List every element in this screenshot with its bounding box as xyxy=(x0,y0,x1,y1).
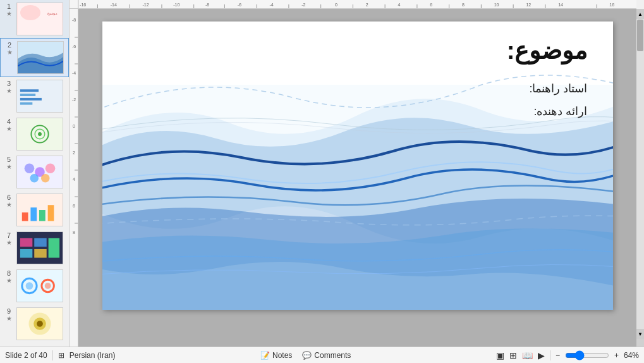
svg-rect-30 xyxy=(17,270,63,302)
comments-button[interactable]: 💬 Comments xyxy=(302,351,351,360)
slide-num-7: 7 xyxy=(7,231,11,239)
svg-text:-10: -10 xyxy=(173,3,179,7)
svg-rect-20 xyxy=(22,212,28,221)
slide-thumbnail-7 xyxy=(16,231,63,264)
slide-star-4: ★ xyxy=(6,125,12,132)
svg-text:-6: -6 xyxy=(238,3,241,7)
notes-button[interactable]: 📝 Notes xyxy=(260,351,292,360)
svg-rect-8 xyxy=(20,102,32,105)
svg-rect-74 xyxy=(70,9,78,325)
svg-text:8: 8 xyxy=(73,230,75,235)
svg-text:2: 2 xyxy=(73,151,75,155)
fit-icon[interactable]: ⊞ xyxy=(58,351,64,360)
slide-canvas[interactable]: موضوع: استاد راهنما: ارائه دهنده: xyxy=(78,9,636,347)
slide-num-9: 9 xyxy=(7,307,11,315)
slide-num-6: 6 xyxy=(7,194,11,201)
slide-num-3: 3 xyxy=(7,80,11,87)
slide-thumb-2[interactable]: 2 ★ xyxy=(0,38,69,77)
scroll-corner xyxy=(636,339,644,347)
view-slide-sorter-icon[interactable]: ⊞ xyxy=(509,350,517,360)
slide-thumb-1[interactable]: 1 ★ موضوع xyxy=(0,0,69,38)
svg-rect-25 xyxy=(20,238,32,247)
svg-text:12: 12 xyxy=(526,3,531,7)
svg-rect-29 xyxy=(49,238,60,257)
ruler-vertical: -8 -6 -4 -2 0 2 4 6 8 xyxy=(70,9,78,347)
slide-thumbnail-4 xyxy=(16,118,63,151)
svg-point-18 xyxy=(41,174,50,183)
zoom-slider[interactable] xyxy=(565,350,609,360)
svg-rect-21 xyxy=(30,207,37,221)
status-right: ▣ ⊞ 📖 ▶ − + 64% xyxy=(496,350,639,360)
slide-thumb-9[interactable]: 9 ★ xyxy=(0,305,69,343)
slide-star-6: ★ xyxy=(6,201,12,208)
slide-of-label: of 40 xyxy=(30,351,47,360)
svg-text:4: 4 xyxy=(73,177,75,182)
svg-rect-27 xyxy=(20,249,32,258)
slide-count: Slide 2 of 40 xyxy=(5,351,47,360)
slide-num-1: 1 xyxy=(7,3,11,10)
scroll-up-button[interactable]: ▲ xyxy=(636,9,644,19)
scroll-track xyxy=(636,19,644,329)
slide-thumb-7[interactable]: 7 ★ xyxy=(0,229,69,267)
slide-text-area: موضوع: استاد راهنما: ارائه دهنده: xyxy=(102,22,613,138)
slide-thumbnail-2 xyxy=(17,41,64,74)
svg-text:2: 2 xyxy=(366,3,368,7)
svg-text:6: 6 xyxy=(73,204,75,208)
slide-line1: استاد راهنما: xyxy=(128,77,588,100)
zoom-level-label: 64% xyxy=(624,351,639,360)
svg-text:موضوع: موضوع xyxy=(47,11,58,16)
zoom-out-button[interactable]: − xyxy=(556,351,560,360)
svg-text:-14: -14 xyxy=(111,3,117,7)
slide-star-5: ★ xyxy=(6,163,12,170)
slide-line2: ارائه دهنده: xyxy=(128,100,588,123)
slide-num-5: 5 xyxy=(7,156,11,163)
slide-thumbnail-1: موضوع xyxy=(16,3,63,35)
main-area: 1 ★ موضوع 2 ★ xyxy=(0,0,644,347)
status-separator-2 xyxy=(550,350,550,360)
slide-thumbnail-3 xyxy=(16,80,63,113)
scroll-thumb[interactable] xyxy=(637,20,643,51)
view-slideshow-icon[interactable]: ▶ xyxy=(538,350,545,360)
slide-panel[interactable]: 1 ★ موضوع 2 ★ xyxy=(0,0,70,347)
vertical-scrollbar[interactable]: ▲ ▼ xyxy=(636,9,644,347)
slide-num-8: 8 xyxy=(7,269,11,277)
status-center: 📝 Notes 💬 Comments xyxy=(260,351,351,360)
view-normal-icon[interactable]: ▣ xyxy=(496,350,504,360)
zoom-in-button[interactable]: + xyxy=(614,351,619,360)
slide-star-1: ★ xyxy=(6,10,12,17)
slide-main: موضوع: استاد راهنما: ارائه دهنده: xyxy=(102,22,613,310)
view-reading-icon[interactable]: 📖 xyxy=(522,350,533,360)
ruler-horizontal: -16 -14 -12 -10 -8 -6 -4 -2 0 xyxy=(78,0,636,9)
slide-num-4: 4 xyxy=(7,118,11,125)
slide-thumb-8[interactable]: 8 ★ xyxy=(0,267,69,305)
scroll-down-button[interactable]: ▼ xyxy=(636,329,644,339)
svg-text:16: 16 xyxy=(609,3,614,7)
status-separator-1 xyxy=(52,350,53,360)
svg-point-1 xyxy=(20,5,40,20)
svg-rect-5 xyxy=(20,89,39,92)
svg-point-32 xyxy=(26,282,33,290)
svg-text:8: 8 xyxy=(462,3,465,7)
slide-star-3: ★ xyxy=(6,87,12,94)
svg-text:-12: -12 xyxy=(142,3,149,7)
svg-point-16 xyxy=(46,163,56,173)
svg-rect-7 xyxy=(20,98,42,101)
slide-star-9: ★ xyxy=(6,315,12,322)
slide-star-7: ★ xyxy=(6,239,12,246)
slide-label: Slide 2 xyxy=(5,351,30,360)
svg-text:0: 0 xyxy=(335,3,337,7)
svg-rect-22 xyxy=(39,210,46,221)
status-bar: Slide 2 of 40 ⊞ Persian (Iran) 📝 Notes 💬… xyxy=(0,347,644,363)
svg-text:-4: -4 xyxy=(72,71,76,75)
svg-text:-6: -6 xyxy=(72,44,76,49)
slide-thumb-6[interactable]: 6 ★ xyxy=(0,191,69,229)
comments-label: Comments xyxy=(314,351,351,360)
slide-thumb-5[interactable]: 5 ★ xyxy=(0,153,69,191)
notes-icon: 📝 xyxy=(260,351,270,360)
ruler-corner xyxy=(70,0,78,9)
slide-thumb-3[interactable]: 3 ★ xyxy=(0,77,69,115)
slide-thumb-4[interactable]: 4 ★ xyxy=(0,115,69,153)
notes-label: Notes xyxy=(272,351,292,360)
slide-subtitle: استاد راهنما: ارائه دهنده: xyxy=(128,77,588,123)
svg-text:-2: -2 xyxy=(72,97,76,102)
